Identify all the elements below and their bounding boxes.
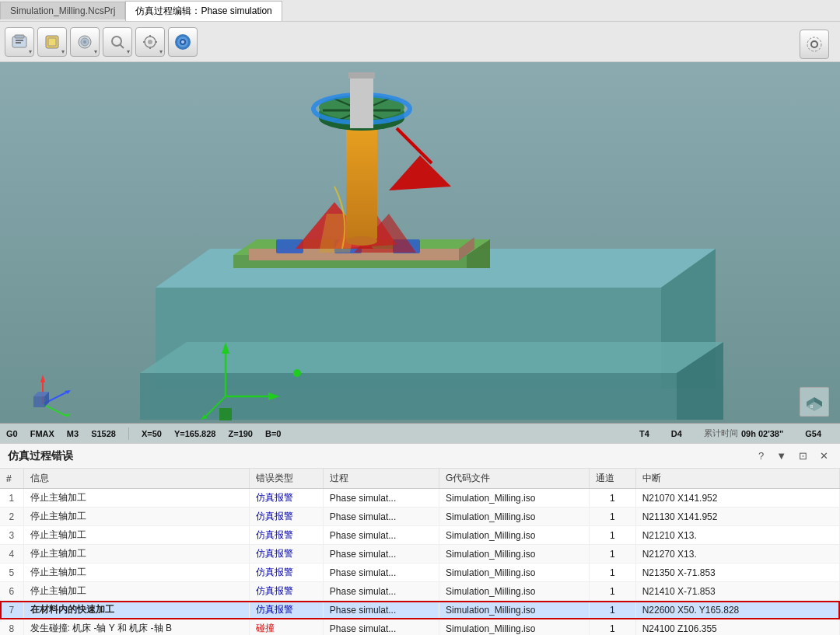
settings-button[interactable] [800,30,829,59]
cell-interrupt: N24100 Z106.355 [635,619,839,636]
status-divider-1 [128,427,129,440]
svg-point-22 [807,37,821,51]
status-fmax: FMAX [30,429,54,438]
svg-line-10 [120,44,124,48]
svg-rect-53 [350,74,373,128]
error-table-wrapper[interactable]: # 信息 错误类型 过程 G代码文件 通道 中断 1 停止主轴加工 仿真报警 P… [0,469,840,635]
table-row[interactable]: 3 停止主轴加工 仿真报警 Phase simulat... Simulatio… [0,526,840,545]
cell-type: 仿真报警 [250,526,324,545]
cell-process: Phase simulat... [323,526,439,545]
cell-channel: 1 [589,601,635,619]
svg-rect-1 [15,35,24,38]
tool-btn-6[interactable] [168,27,198,57]
table-row[interactable]: 5 停止主轴加工 仿真报警 Phase simulat... Simulatio… [0,563,840,582]
status-cumtime: 累计时间 09h 02'38" [704,427,783,439]
table-row[interactable]: 6 停止主轴加工 仿真报警 Phase simulat... Simulatio… [0,582,840,601]
cell-type: 仿真报警 [250,545,324,563]
cell-type: 仿真报警 [250,489,324,508]
close-button[interactable]: ✕ [816,448,832,463]
cell-channel: 1 [589,489,635,508]
status-b: B=0 [265,429,282,438]
cell-interrupt: N21270 X13. [635,545,839,563]
col-gfile: G代码文件 [439,469,590,489]
error-panel-header: 仿真过程错误 ? ▼ ⊡ ✕ [0,444,840,469]
cell-num: 3 [0,526,23,545]
cell-gfile: Simulation_Milling.iso [439,582,590,601]
cell-channel: 1 [589,619,635,636]
svg-rect-71 [33,396,44,407]
status-g54: G54 [805,429,821,438]
cell-interrupt: N21410 X-71.853 [635,582,839,601]
table-row[interactable]: 1 停止主轴加工 仿真报警 Phase simulat... Simulatio… [0,489,840,508]
tab-project[interactable]: Simulation_Milling.NcsPrj [0,2,125,19]
cell-interrupt: N21130 X141.952 [635,508,839,526]
collapse-button[interactable]: ▼ [772,448,790,463]
cell-process: Phase simulat... [323,545,439,563]
status-z: Z=190 [228,429,253,438]
cell-type: 仿真报警 [250,582,324,601]
cell-channel: 1 [589,582,635,601]
cell-info: 停止主轴加工 [23,508,250,526]
svg-rect-54 [348,72,375,79]
status-y: Y=165.828 [174,429,216,438]
col-interrupt: 中断 [635,469,839,489]
cell-channel: 1 [589,563,635,582]
cell-interrupt: N22600 X50. Y165.828 [635,601,839,619]
cell-info: 停止主轴加工 [23,526,250,545]
svg-point-8 [83,40,86,44]
title-bar: Simulation_Milling.NcsPrj 仿真过程编辑：Phase s… [0,0,840,22]
cell-gfile: Simulation_Milling.iso [439,563,590,582]
svg-point-12 [148,40,152,44]
cell-info: 发生碰撞: 机床 -轴 Y 和 机床 -轴 B [23,619,250,636]
col-process: 过程 [323,469,439,489]
cell-process: Phase simulat... [323,508,439,526]
cell-channel: 1 [589,526,635,545]
cell-info: 停止主轴加工 [23,545,250,563]
tool-btn-1[interactable] [5,27,34,57]
cell-num: 6 [0,582,23,601]
svg-point-20 [181,40,184,44]
cell-num: 2 [0,508,23,526]
svg-marker-27 [140,342,723,373]
cell-gfile: Simulation_Milling.iso [439,489,590,508]
status-g0: G0 [6,429,18,438]
table-row[interactable]: 4 停止主轴加工 仿真报警 Phase simulat... Simulatio… [0,545,840,563]
status-d4: D4 [671,429,682,438]
col-num: # [0,469,23,489]
table-row[interactable]: 8 发生碰撞: 机床 -轴 Y 和 机床 -轴 B 碰撞 Phase simul… [0,619,840,636]
error-table: # 信息 错误类型 过程 G代码文件 通道 中断 1 停止主轴加工 仿真报警 P… [0,469,840,635]
cell-interrupt: N21070 X141.952 [635,489,839,508]
status-bar: G0 FMAX M3 S1528 X=50 Y=165.828 Z=190 B [0,423,840,443]
status-s1528: S1528 [91,429,116,438]
cell-gfile: Simulation_Milling.iso [439,601,590,619]
error-panel: 仿真过程错误 ? ▼ ⊡ ✕ # 信息 错误类型 过程 G代码文件 通道 中断 [0,443,840,635]
svg-rect-5 [48,38,56,46]
cell-process: Phase simulat... [323,489,439,508]
col-channel: 通道 [589,469,635,489]
table-header-row: # 信息 错误类型 过程 G代码文件 通道 中断 [0,469,840,489]
cell-num: 1 [0,489,23,508]
cell-interrupt: N21350 X-71.853 [635,563,839,582]
cell-num: 7 [0,601,23,619]
svg-point-64 [293,369,301,377]
cell-process: Phase simulat... [323,619,439,636]
tab-phase[interactable]: 仿真过程编辑：Phase simulation [125,1,282,21]
viewport-3d[interactable]: G0 FMAX M3 S1528 X=50 Y=165.828 Z=190 B [0,62,840,443]
float-button[interactable]: ⊡ [795,448,811,463]
cell-info: 停止主轴加工 [23,489,250,508]
table-row[interactable]: 2 停止主轴加工 仿真报警 Phase simulat... Simulatio… [0,508,840,526]
help-button[interactable]: ? [754,448,768,463]
tool-btn-2[interactable] [37,27,67,57]
tool-btn-3[interactable] [70,27,100,57]
cell-num: 8 [0,619,23,636]
tool-btn-4[interactable] [103,27,132,57]
col-info: 信息 [23,469,250,489]
cell-process: Phase simulat... [323,563,439,582]
table-row[interactable]: 7 在材料内的快速加工 仿真报警 Phase simulat... Simula… [0,601,840,619]
cell-type: 仿真报警 [250,601,324,619]
cell-info: 在材料内的快速加工 [23,601,250,619]
tool-btn-5[interactable] [135,27,165,57]
col-type: 错误类型 [250,469,324,489]
view-cube[interactable]: B [800,387,829,417]
panel-controls: ? ▼ ⊡ ✕ [754,448,832,463]
